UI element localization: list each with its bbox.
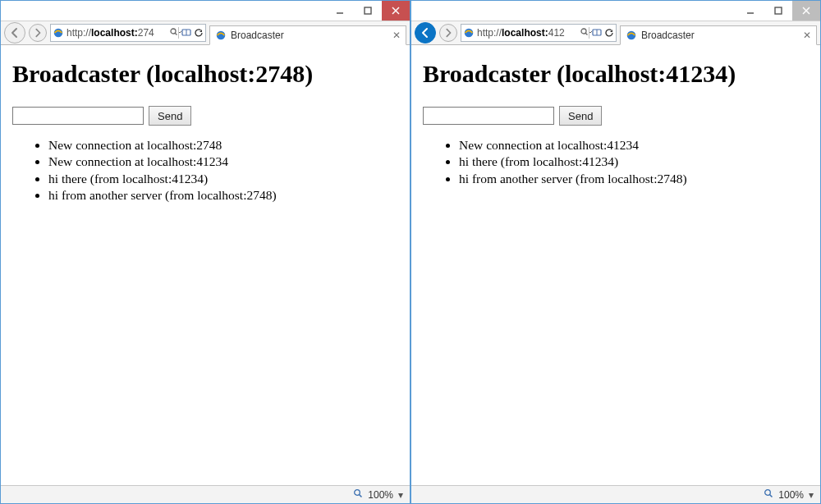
compat-view-icon[interactable] <box>181 28 191 38</box>
status-bar: 100% ▾ <box>411 485 820 503</box>
browser-window: http://localhost:412 <box>410 0 821 504</box>
zoom-level: 100% <box>368 489 393 501</box>
close-button[interactable] <box>382 1 410 21</box>
list-item: hi from another server (from localhost:2… <box>459 171 809 187</box>
search-dropdown-icon[interactable] <box>580 27 586 39</box>
page-content: Broadcaster (localhost:41234) Send New c… <box>411 45 820 485</box>
refresh-icon[interactable] <box>194 28 204 38</box>
maximize-button[interactable] <box>354 1 382 21</box>
browser-window: http://localhost:274 <box>0 0 410 504</box>
back-button[interactable] <box>4 22 25 44</box>
list-item: hi from another server (from localhost:2… <box>48 187 398 204</box>
tab-title: Broadcaster <box>641 30 799 41</box>
svg-rect-1 <box>365 7 371 14</box>
tab-close-icon[interactable]: ✕ <box>803 30 811 41</box>
minimize-button[interactable] <box>736 1 764 21</box>
tab-title: Broadcaster <box>231 30 388 41</box>
svg-line-18 <box>585 33 587 34</box>
list-item: New connection at localhost:41234 <box>48 153 398 170</box>
addressbar-divider <box>178 27 179 39</box>
page-content: Broadcaster (localhost:2748) Send New co… <box>1 45 410 485</box>
list-item: hi there (from localhost:41234) <box>48 171 398 187</box>
address-bar[interactable]: http://localhost:412 <box>461 24 617 42</box>
svg-line-6 <box>175 33 177 34</box>
browser-tab[interactable]: Broadcaster ✕ <box>620 25 817 45</box>
svg-point-17 <box>581 29 586 34</box>
forward-button[interactable] <box>439 24 457 42</box>
minimize-button[interactable] <box>326 1 354 21</box>
maximize-button[interactable] <box>764 1 792 21</box>
window-titlebar <box>411 1 820 21</box>
window-titlebar <box>1 1 410 21</box>
close-button[interactable] <box>792 1 820 21</box>
browser-toolbar: http://localhost:412 <box>411 21 820 45</box>
address-bar-url: http://localhost:274 <box>67 27 167 39</box>
ie-icon <box>626 30 637 41</box>
back-button[interactable] <box>415 22 436 44</box>
zoom-dropdown-icon[interactable]: ▾ <box>809 489 814 501</box>
send-button[interactable]: Send <box>149 106 191 126</box>
address-bar[interactable]: http://localhost:274 <box>50 24 206 42</box>
svg-rect-13 <box>775 7 782 14</box>
list-item: New connection at localhost:41234 <box>459 137 809 153</box>
status-bar: 100% ▾ <box>1 485 410 503</box>
zoom-level: 100% <box>778 489 804 501</box>
svg-point-10 <box>355 490 360 496</box>
refresh-icon[interactable] <box>604 28 614 38</box>
message-list: New connection at localhost:2748New conn… <box>12 137 398 204</box>
browser-toolbar: http://localhost:274 <box>1 21 410 45</box>
page-title: Broadcaster (localhost:2748) <box>12 60 398 88</box>
ie-icon <box>463 27 475 39</box>
send-button[interactable]: Send <box>559 106 602 126</box>
svg-point-22 <box>765 490 771 496</box>
message-list: New connection at localhost:41234hi ther… <box>423 137 809 187</box>
search-dropdown-icon[interactable] <box>169 27 176 39</box>
svg-line-23 <box>770 495 773 497</box>
svg-line-11 <box>360 495 362 497</box>
message-input[interactable] <box>423 107 554 125</box>
message-form: Send <box>423 106 809 126</box>
list-item: hi there (from localhost:41234) <box>459 153 809 170</box>
svg-point-5 <box>171 29 176 34</box>
address-bar-url: http://localhost:412 <box>477 27 577 39</box>
zoom-dropdown-icon[interactable]: ▾ <box>398 489 403 501</box>
compat-view-icon[interactable] <box>592 28 602 38</box>
zoom-icon[interactable] <box>353 488 363 501</box>
list-item: New connection at localhost:2748 <box>48 137 398 153</box>
zoom-icon[interactable] <box>764 488 773 501</box>
ie-icon <box>53 27 64 39</box>
addressbar-divider <box>589 27 589 39</box>
message-input[interactable] <box>12 107 144 125</box>
forward-button[interactable] <box>29 24 47 42</box>
browser-tab[interactable]: Broadcaster ✕ <box>209 25 406 45</box>
page-title: Broadcaster (localhost:41234) <box>423 60 809 88</box>
message-form: Send <box>12 106 398 126</box>
ie-icon <box>215 30 227 41</box>
tab-close-icon[interactable]: ✕ <box>392 30 401 41</box>
